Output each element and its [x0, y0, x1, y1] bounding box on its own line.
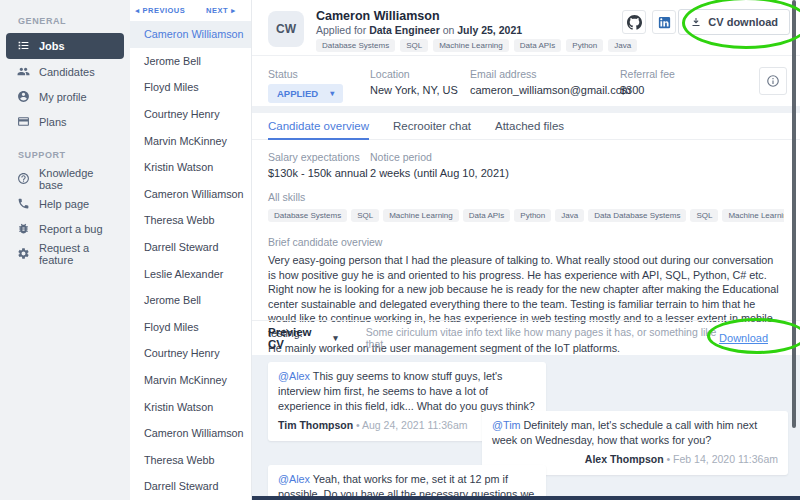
email-link[interactable]: cameron_williamson@gmail.com	[470, 84, 631, 96]
question-icon	[17, 172, 30, 187]
list-icon	[17, 39, 30, 54]
brief-overview-label: Brief candidate overview	[268, 236, 784, 248]
salary-value: $130k - 150k annual	[268, 167, 370, 179]
notice-block: Notice period 2 weeks (until Aug 10, 202…	[370, 151, 509, 179]
list-item[interactable]: Jerome Bell	[130, 287, 251, 314]
tab-bar: Candidate overviewRecrooiter chatAttache…	[252, 113, 800, 140]
next-button[interactable]: NEXT ▸	[191, 0, 252, 21]
sidebar-item-my-profile[interactable]: My profile	[6, 85, 124, 109]
sidebar-item-candidates[interactable]: Candidates	[6, 60, 124, 84]
linkedin-icon[interactable]	[652, 10, 676, 34]
status-field-value: $300	[620, 84, 675, 96]
list-item[interactable]: Cameron Williamson	[130, 181, 251, 208]
cv-download-label: CV download	[708, 16, 778, 28]
list-item[interactable]: Cameron Williamson	[130, 420, 251, 447]
skill-tag: Data APIs	[514, 39, 562, 52]
sidebar-item-label: Help page	[39, 198, 89, 210]
download-link[interactable]: Download	[719, 332, 768, 344]
list-item[interactable]: Marvin McKinney	[130, 127, 251, 154]
sidebar-item-jobs[interactable]: Jobs	[6, 33, 124, 59]
previous-button[interactable]: ◂ PREVIOUS	[130, 0, 191, 21]
skill-tag: Data Database Systems	[588, 209, 686, 222]
candidate-header-card: CW Cameron Williamson Applied for Data E…	[252, 0, 800, 106]
salary-label: Salary expectations	[268, 151, 370, 163]
status-field: StatusAPPLIED▾	[268, 68, 343, 103]
preview-cv-row: Preview CV ▾ Some ciriculum vitae info t…	[252, 320, 800, 355]
tab-candidate-overview[interactable]: Candidate overview	[268, 113, 369, 140]
applied-role: Data Engineer	[369, 24, 440, 36]
sidebar-item-plans[interactable]: Plans	[6, 110, 124, 134]
skill-tag: Java	[608, 39, 637, 52]
tab-recrooiter-chat[interactable]: Recrooiter chat	[393, 113, 471, 140]
tab-attached-files[interactable]: Attached files	[495, 113, 564, 140]
bug-icon	[17, 222, 30, 237]
list-item[interactable]: Cameron Williamson	[130, 21, 251, 48]
list-item[interactable]: Floyd Miles	[130, 74, 251, 101]
status-value: APPLIED	[277, 88, 318, 99]
bottom-edge-bar	[252, 496, 800, 500]
avatar: CW	[268, 11, 304, 47]
previous-label: PREVIOUS	[143, 6, 186, 15]
skill-tag: Python	[514, 209, 551, 222]
chat-message-text: @Alex This guy seems to know stuff guys,…	[278, 369, 536, 414]
candidate-rows: Cameron WilliamsonJerome BellFloyd Miles…	[130, 21, 251, 500]
chevron-down-icon: ▾	[333, 333, 338, 343]
applied-line: Applied for Data Engineer on July 25, 20…	[316, 24, 522, 36]
scrollbar[interactable]	[792, 0, 796, 428]
status-field-value: APPLIED▾	[268, 84, 343, 103]
list-item[interactable]: Theresa Webb	[130, 207, 251, 234]
list-item[interactable]: Jerome Bell	[130, 48, 251, 75]
all-skills-label: All skills	[268, 191, 784, 203]
candidate-header: CW Cameron Williamson Applied for Data E…	[252, 0, 800, 56]
people-icon	[17, 65, 30, 80]
sidebar-section-label: GENERAL	[18, 16, 130, 26]
list-item[interactable]: Leslie Alexander	[130, 260, 251, 287]
skill-tag: Machine Learning	[383, 209, 459, 222]
applied-date: July 25, 2021	[457, 24, 522, 36]
download-icon	[690, 16, 702, 28]
salary-block: Salary expectations $130k - 150k annual	[268, 151, 370, 179]
chat-author: Tim Thompson	[278, 419, 353, 431]
list-item[interactable]: Theresa Webb	[130, 447, 251, 474]
chat-mention: @Alex	[278, 473, 310, 485]
list-item[interactable]: Floyd Miles	[130, 314, 251, 341]
prev-arrow-icon: ◂	[135, 6, 139, 15]
recruiter-chat-area: @Alex This guy seems to know stuff guys,…	[252, 355, 800, 500]
skill-tag: SQL	[351, 209, 379, 222]
sidebar-item-knowledge-base[interactable]: Knowledge base	[6, 167, 124, 191]
list-item[interactable]: Darrell Steward	[130, 234, 251, 261]
skill-tag: Machine Learning	[433, 39, 509, 52]
phone-icon	[17, 197, 30, 212]
chat-message: @Alex Yeah, that works for me, set it at…	[268, 465, 546, 500]
skill-tag: SQL	[400, 39, 428, 52]
chat-text: Definitely man, let's schedule a call wi…	[492, 419, 757, 446]
sidebar: GENERALJobsCandidatesMy profilePlansSUPP…	[0, 0, 130, 500]
skill-tag: Python	[566, 39, 603, 52]
candidate-overview-card: Candidate overviewRecrooiter chatAttache…	[252, 113, 800, 355]
sidebar-item-label: Request a feature	[39, 242, 113, 266]
chevron-down-icon: ▾	[330, 89, 334, 98]
preview-cv-toggle[interactable]: Preview CV ▾	[268, 326, 338, 350]
cv-download-button[interactable]: CV download	[678, 9, 790, 35]
status-dropdown[interactable]: APPLIED▾	[268, 84, 343, 103]
sidebar-item-help-page[interactable]: Help page	[6, 192, 124, 216]
sidebar-item-label: Candidates	[39, 66, 95, 78]
skill-tag: SQL	[690, 209, 718, 222]
list-item[interactable]: Kristin Watson	[130, 154, 251, 181]
skill-tag: Database Systems	[316, 39, 395, 52]
list-item[interactable]: Courtney Henry	[130, 101, 251, 128]
chat-timestamp: Feb 14, 2020 11:36am	[673, 453, 778, 465]
sidebar-item-request-a-feature[interactable]: Request a feature	[6, 242, 124, 266]
list-item[interactable]: Darrell Steward	[130, 473, 251, 500]
status-field-label: Status	[268, 68, 343, 80]
chat-mention: @Alex	[278, 370, 310, 382]
list-item[interactable]: Kristin Watson	[130, 393, 251, 420]
info-icon[interactable]	[759, 67, 787, 95]
list-item[interactable]: Courtney Henry	[130, 340, 251, 367]
sidebar-item-report-a-bug[interactable]: Report a bug	[6, 217, 124, 241]
github-icon[interactable]	[622, 10, 646, 34]
status-field-value: New York, NY, US	[370, 84, 458, 96]
list-item[interactable]: Marvin McKinney	[130, 367, 251, 394]
card-icon	[17, 115, 30, 130]
bullet-separator: •	[664, 453, 674, 465]
